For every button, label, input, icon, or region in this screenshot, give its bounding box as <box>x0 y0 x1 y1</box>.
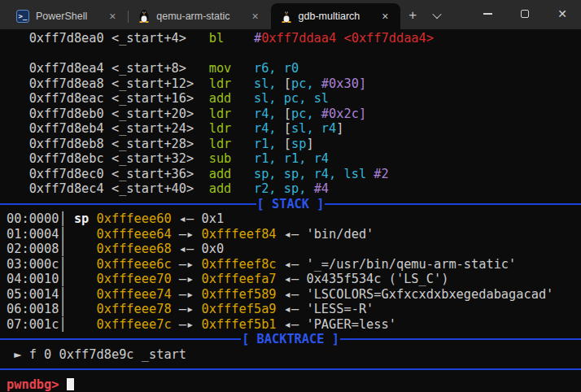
stack-line: 04:0010│ 0xfffeee70 —▸ 0xfffeefa7 ◂— 0x4… <box>7 272 579 287</box>
stack-line: 03:000c│ 0xfffeee6c —▸ 0xfffeef8c ◂— '_=… <box>7 257 579 272</box>
maximize-button[interactable] <box>506 0 544 28</box>
disasm-line: 0xff7d8ec4 <_start+40> add r2, sp, #4 <box>7 181 579 197</box>
minimize-icon <box>483 13 492 15</box>
disasm-line: 0xff7d8ec0 <_start+36> add sp, sp, r4, l… <box>7 167 579 182</box>
backtrace-line: ► f 0 0xff7d8e9c _start <box>7 347 579 363</box>
new-tab-button[interactable]: + <box>400 3 425 28</box>
disasm-line: 0xff7d8ebc <_start+32> sub r1, r1, r4 <box>7 151 579 167</box>
titlebar: >_ PowerShell × qemu-arm-static × <box>0 0 581 29</box>
tux-icon <box>138 10 150 23</box>
backtrace-separator: [ BACKTRACE ] <box>0 332 581 347</box>
chevron-down-icon <box>433 10 442 19</box>
disasm-line: 0xff7d8eb8 <_start+28> ldr r1, [sp] <box>7 137 579 152</box>
disasm-line: 0xff7d8eb4 <_start+24> ldr r4, [sl, r4] <box>7 121 579 137</box>
tux-icon <box>281 10 292 23</box>
blank-line <box>7 46 579 62</box>
tab-strip: >_ PowerShell × qemu-arm-static × <box>0 0 400 29</box>
maximize-icon <box>521 10 529 18</box>
plus-icon: + <box>408 7 417 24</box>
stack-separator: [ STACK ] <box>0 197 581 212</box>
powershell-icon: >_ <box>16 10 29 23</box>
close-icon: ✕ <box>557 8 567 20</box>
tab-powershell[interactable]: >_ PowerShell × <box>7 3 128 29</box>
stack-line: 00:0000│ sp 0xfffeee60 ◂— 0x1 <box>7 211 579 227</box>
tab-dropdown-button[interactable] <box>425 3 449 28</box>
tab-gdb-multiarch[interactable]: gdb-multiarch × <box>271 3 401 29</box>
bottom-separator <box>0 362 581 377</box>
tab-label: PowerShell <box>36 11 87 22</box>
terminal-cursor <box>67 378 74 390</box>
disasm-line: 0xff7d8ea4 <_start+8> mov r6, r0 <box>7 61 579 76</box>
close-tab-icon[interactable]: × <box>378 9 392 24</box>
stack-line: 01:0004│ 0xfffeee64 —▸ 0xfffeef84 ◂— 'bi… <box>7 227 579 242</box>
tab-label: gdb-multiarch <box>299 11 360 22</box>
minimize-button[interactable] <box>469 0 506 28</box>
section-label: [ BACKTRACE ] <box>241 332 340 347</box>
prompt-line: pwndbg> <box>7 377 579 392</box>
disasm-line: 0xff7d8eb0 <_start+20> ldr r4, [pc, #0x2… <box>7 107 579 122</box>
stack-line: 05:0014│ 0xfffeee74 —▸ 0xfffef589 ◂— 'LS… <box>7 287 579 303</box>
stack-line: 06:0018│ 0xfffeee78 —▸ 0xfffef5a9 ◂— 'LE… <box>7 302 579 317</box>
tab-label: qemu-arm-static <box>156 11 229 22</box>
window-controls: ✕ <box>469 0 581 28</box>
terminal-body[interactable]: 0xff7d8ea0 <_start+4> bl #0xff7ddaa4 <0x… <box>0 29 581 392</box>
disasm-line: 0xff7d8ea8 <_start+12> ldr sl, [pc, #0x3… <box>7 76 579 92</box>
section-label: [ STACK ] <box>256 197 325 212</box>
stack-line: 07:001c│ 0xfffeee7c —▸ 0xfffef5b1 ◂— 'PA… <box>7 317 579 333</box>
disasm-line: 0xff7d8eac <_start+16> add sl, pc, sl <box>7 91 579 107</box>
close-tab-icon[interactable]: × <box>105 9 120 24</box>
stack-line: 02:0008│ 0xfffeee68 ◂— 0x0 <box>7 242 579 257</box>
tab-qemu-arm-static[interactable]: qemu-arm-static × <box>129 3 270 29</box>
disasm-line: 0xff7d8ea0 <_start+4> bl #0xff7ddaa4 <0x… <box>7 31 579 46</box>
close-tab-icon[interactable]: × <box>248 9 263 24</box>
close-window-button[interactable]: ✕ <box>544 0 581 28</box>
